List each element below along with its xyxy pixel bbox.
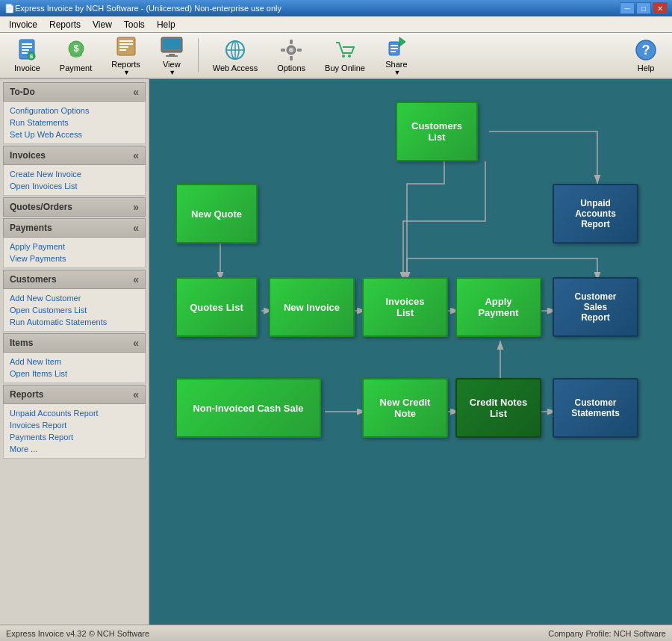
- toolbar-share-label: Share: [385, 60, 407, 69]
- flow-box-invoices-list[interactable]: InvoicesList: [362, 277, 448, 337]
- toolbar-separator-1: [198, 38, 199, 72]
- sidebar-link-open-customers[interactable]: Open Customers List: [10, 304, 139, 316]
- sidebar-link-open-items[interactable]: Open Items List: [10, 368, 139, 380]
- svg-point-28: [342, 55, 345, 58]
- flow-box-customers-list[interactable]: CustomersList: [396, 102, 478, 161]
- sidebar-header-reports[interactable]: Reports «: [3, 385, 146, 404]
- svg-rect-16: [169, 54, 175, 55]
- svg-rect-34: [391, 51, 396, 52]
- svg-rect-33: [391, 48, 398, 49]
- title-bar: 📄 Express Invoice by NCH Software - (Unl…: [0, 0, 672, 16]
- svg-rect-26: [281, 49, 285, 52]
- sidebar-section-quotes: Quotes/Orders »: [3, 197, 146, 217]
- flow-arrows: [164, 94, 657, 610]
- sidebar-content-reports: Unpaid Accounts Report Invoices Report P…: [3, 404, 146, 459]
- quotes-collapse-icon: »: [133, 201, 139, 213]
- svg-rect-27: [297, 49, 302, 52]
- menu-reports[interactable]: Reports: [43, 18, 87, 31]
- flow-box-customer-statements[interactable]: CustomerStatements: [553, 378, 638, 438]
- sidebar-header-payments[interactable]: Payments «: [3, 218, 146, 238]
- sidebar-link-config-options[interactable]: Configuration Options: [10, 105, 139, 117]
- sidebar-section-items: Items « Add New Item Open Items List: [3, 333, 146, 383]
- sidebar-content-todo: Configuration Options Run Statements Set…: [3, 102, 146, 144]
- sidebar-reports-label: Reports: [10, 389, 43, 400]
- sidebar-section-todo: To-Do « Configuration Options Run Statem…: [3, 82, 146, 144]
- sidebar-link-open-invoices[interactable]: Open Invoices List: [10, 180, 139, 192]
- sidebar-link-view-payments[interactable]: View Payments: [10, 253, 139, 264]
- flow-box-customer-sales-report[interactable]: CustomerSalesReport: [553, 277, 638, 337]
- menu-invoice[interactable]: Invoice: [3, 18, 43, 31]
- flow-box-unpaid-accounts-report[interactable]: UnpaidAccountsReport: [553, 184, 638, 244]
- toolbar-options-button[interactable]: Options: [269, 35, 314, 75]
- svg-rect-1: [22, 43, 32, 45]
- flow-box-new-credit-note[interactable]: New CreditNote: [362, 378, 448, 438]
- items-collapse-icon: «: [133, 337, 139, 349]
- sidebar-header-invoices[interactable]: Invoices «: [3, 146, 146, 165]
- toolbar-buy-online-button[interactable]: Buy Online: [317, 35, 373, 75]
- flow-box-quotes-list[interactable]: Quotes List: [175, 277, 258, 337]
- sidebar-content-items: Add New Item Open Items List: [3, 353, 146, 383]
- status-left: Express Invoice v4.32 © NCH Software: [6, 629, 149, 638]
- svg-point-23: [289, 48, 293, 52]
- toolbar-web-access-label: Web Access: [213, 64, 258, 72]
- sidebar-section-invoices: Invoices « Create New Invoice Open Invoi…: [3, 146, 146, 196]
- sidebar-link-run-statements[interactable]: Run Automatic Statements: [10, 316, 139, 328]
- toolbar-invoice-button[interactable]: $ Invoice: [6, 35, 49, 75]
- toolbar-view-button[interactable]: View ▼: [152, 35, 192, 75]
- web-access-icon: [223, 38, 247, 62]
- flow-box-apply-payment[interactable]: ApplyPayment: [455, 277, 541, 337]
- svg-rect-11: [119, 43, 133, 45]
- svg-rect-2: [22, 46, 32, 48]
- toolbar-view-label: View: [163, 60, 181, 69]
- toolbar-web-access-button[interactable]: Web Access: [205, 35, 266, 75]
- flow-box-new-quote[interactable]: New Quote: [175, 184, 258, 244]
- menu-tools[interactable]: Tools: [118, 18, 151, 31]
- invoice-icon: $: [15, 38, 39, 62]
- svg-rect-17: [166, 55, 178, 57]
- reports-dropdown-arrow: ▼: [123, 69, 130, 76]
- sidebar-header-items[interactable]: Items «: [3, 333, 146, 353]
- minimize-button[interactable]: ─: [620, 2, 635, 14]
- svg-rect-10: [119, 40, 133, 42]
- sidebar-link-create-invoice[interactable]: Create New Invoice: [10, 168, 139, 180]
- sidebar-link-unpaid-accounts[interactable]: Unpaid Accounts Report: [10, 407, 139, 419]
- title-bar-controls: ─ □ ✕: [620, 2, 668, 14]
- sidebar-header-quotes[interactable]: Quotes/Orders »: [3, 197, 146, 217]
- sidebar-link-setup-web-access[interactable]: Set Up Web Access: [10, 128, 139, 140]
- sidebar-link-payments-report[interactable]: Payments Report: [10, 431, 139, 443]
- toolbar-share-button[interactable]: Share ▼: [376, 35, 417, 75]
- toolbar-buy-online-label: Buy Online: [325, 64, 365, 72]
- title-bar-icon: 📄: [4, 4, 15, 13]
- maximize-button[interactable]: □: [636, 2, 651, 14]
- share-icon: [385, 34, 408, 58]
- menu-view[interactable]: View: [87, 18, 118, 31]
- flow-box-non-invoiced[interactable]: Non-Invoiced Cash Sale: [175, 378, 321, 438]
- svg-text:$: $: [73, 43, 79, 54]
- close-button[interactable]: ✕: [653, 2, 668, 14]
- sidebar-link-more[interactable]: More ...: [10, 443, 139, 455]
- toolbar-reports-button[interactable]: Reports ▼: [103, 35, 149, 75]
- toolbar-help-button[interactable]: ? Help: [626, 35, 666, 75]
- sidebar-section-payments: Payments « Apply Payment View Payments: [3, 218, 146, 268]
- sidebar-link-invoices-report[interactable]: Invoices Report: [10, 419, 139, 431]
- sidebar-link-add-item[interactable]: Add New Item: [10, 356, 139, 368]
- sidebar-link-apply-payment[interactable]: Apply Payment: [10, 241, 139, 253]
- sidebar-customers-label: Customers: [10, 274, 57, 285]
- sidebar-header-customers[interactable]: Customers «: [3, 270, 146, 289]
- sidebar-link-run-statements[interactable]: Run Statements: [10, 117, 139, 128]
- sidebar-link-add-customer[interactable]: Add New Customer: [10, 292, 139, 304]
- toolbar-payment-button[interactable]: $ Payment: [52, 35, 100, 75]
- svg-rect-15: [163, 39, 181, 49]
- flow-box-new-invoice[interactable]: New Invoice: [269, 277, 355, 337]
- svg-rect-32: [391, 45, 398, 46]
- sidebar-header-todo[interactable]: To-Do «: [3, 82, 146, 102]
- payment-icon: $: [64, 38, 88, 62]
- todo-collapse-icon: «: [133, 86, 139, 98]
- svg-point-29: [348, 55, 351, 58]
- menu-help[interactable]: Help: [151, 18, 181, 31]
- sidebar-content-customers: Add New Customer Open Customers List Run…: [3, 289, 146, 332]
- view-icon: [160, 34, 184, 58]
- flow-box-credit-notes-list[interactable]: Credit NotesList: [455, 378, 541, 438]
- flow-container: CustomersList New Quote Quotes List New …: [164, 94, 657, 610]
- sidebar-invoices-label: Invoices: [10, 150, 46, 161]
